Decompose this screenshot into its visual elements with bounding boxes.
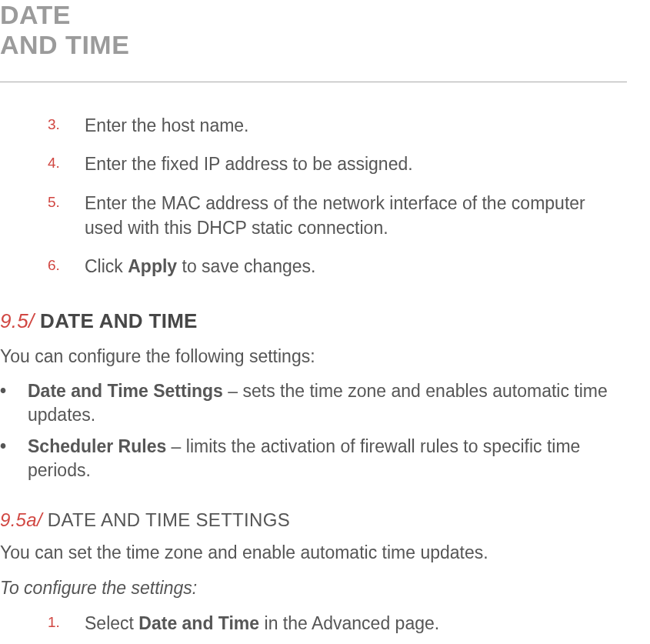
- step-marker: 4.: [48, 153, 60, 174]
- step-text: Enter the MAC address of the network int…: [85, 193, 585, 238]
- bullet-bold: Scheduler Rules: [28, 436, 166, 456]
- step-marker: 5.: [48, 192, 60, 213]
- subsection-title: DATE AND TIME SETTINGS: [42, 509, 290, 530]
- bullet-item: • Scheduler Rules – limits the activatio…: [0, 435, 627, 482]
- step-marker: 3.: [48, 115, 60, 135]
- step-prefix: Click: [85, 256, 128, 276]
- step-marker: 1.: [48, 612, 60, 633]
- step-prefix: Select: [85, 613, 138, 633]
- step-item: 1. Select Date and Time in the Advanced …: [48, 611, 627, 636]
- subsection-heading-95a: 9.5a/ DATE AND TIME SETTINGS: [0, 509, 627, 531]
- step-marker: 6.: [48, 255, 60, 276]
- step-bold: Date and Time: [138, 613, 259, 633]
- bullet-item: • Date and Time Settings – sets the time…: [0, 379, 627, 427]
- top-steps-list: 3. Enter the host name. 4. Enter the fix…: [0, 113, 627, 279]
- step-item: 4. Enter the fixed IP address to be assi…: [48, 152, 627, 176]
- title-line-2: AND TIME: [0, 30, 129, 59]
- title-line-1: DATE: [0, 0, 71, 29]
- step-suffix: in the Advanced page.: [259, 613, 439, 633]
- step-item: 5. Enter the MAC address of the network …: [48, 191, 627, 240]
- section-heading-95: 9.5/ DATE AND TIME: [0, 309, 627, 333]
- section-95a-lead: To configure the settings:: [0, 576, 627, 600]
- step-bold: Apply: [128, 256, 177, 276]
- section-95-intro: You can configure the following settings…: [0, 344, 627, 369]
- step-text: Enter the fixed IP address to be assigne…: [85, 154, 413, 174]
- bullet-list-95: • Date and Time Settings – sets the time…: [0, 379, 627, 482]
- section-number: 9.5/: [0, 309, 35, 332]
- step-text: Enter the host name.: [85, 115, 249, 135]
- step-item: 3. Enter the host name.: [48, 113, 627, 138]
- section-95a-intro: You can set the time zone and enable aut…: [0, 540, 627, 565]
- step-item: 6. Click Apply to save changes.: [48, 254, 627, 279]
- bullet-marker: •: [0, 379, 6, 403]
- section-95a-steps: 1. Select Date and Time in the Advanced …: [0, 611, 627, 636]
- bullet-marker: •: [0, 435, 6, 459]
- subsection-number: 9.5a/: [0, 509, 42, 530]
- step-suffix: to save changes.: [177, 256, 315, 276]
- bullet-bold: Date and Time Settings: [28, 381, 223, 401]
- page-title: DATE AND TIME: [0, 0, 627, 82]
- section-title: DATE AND TIME: [35, 309, 198, 332]
- divider: [0, 82, 627, 82]
